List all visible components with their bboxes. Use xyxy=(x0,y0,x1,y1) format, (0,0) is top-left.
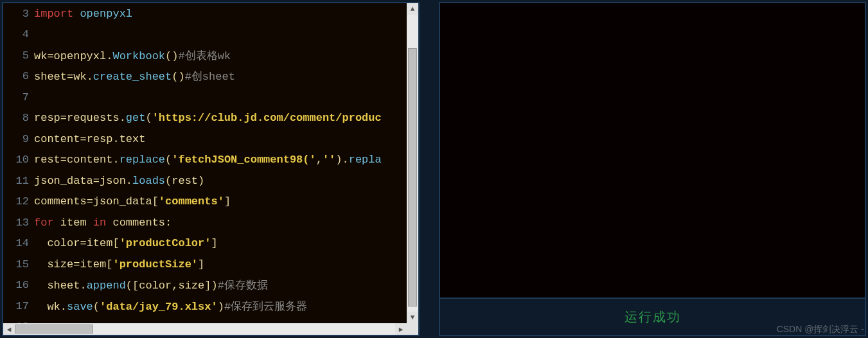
code-text: wk=openpyxl.Workbook()#创表格wk xyxy=(34,48,231,63)
code-line[interactable]: 17 wk.save('data/jay_79.xlsx')#保存到云服务器 xyxy=(3,296,418,317)
line-number: 12 xyxy=(3,195,34,208)
code-line[interactable]: 3import openpyxl xyxy=(3,3,418,24)
code-line[interactable]: 11json_data=json.loads(rest) xyxy=(3,170,418,191)
code-line[interactable]: 5wk=openpyxl.Workbook()#创表格wk xyxy=(3,45,418,66)
line-number: 13 xyxy=(3,217,34,229)
code-editor[interactable]: 3import openpyxl45wk=openpyxl.Workbook()… xyxy=(3,3,418,335)
code-line[interactable]: 15 size=item['productSize'] xyxy=(3,254,418,275)
line-number: 9 xyxy=(3,133,34,145)
code-text: color=item['productColor'] xyxy=(34,237,218,249)
line-number: 14 xyxy=(3,237,34,249)
scroll-left-arrow[interactable]: ◀ xyxy=(3,323,15,335)
code-line[interactable]: 4 xyxy=(3,24,418,46)
code-text: wk.save('data/jay_79.xlsx')#保存到云服务器 xyxy=(34,299,307,314)
code-line[interactable]: 10rest=content.replace('fetchJSON_commen… xyxy=(3,150,418,171)
line-number: 4 xyxy=(3,28,34,40)
line-number: 3 xyxy=(3,8,34,20)
code-line[interactable]: 14 color=item['productColor'] xyxy=(3,233,418,254)
code-text: import openpyxl xyxy=(34,8,132,20)
code-text: content=resp.text xyxy=(34,133,145,145)
status-text: 运行成功 xyxy=(624,308,681,326)
code-line[interactable]: 12comments=json_data['comments'] xyxy=(3,191,418,213)
line-number: 6 xyxy=(3,70,34,82)
code-text: size=item['productSize'] xyxy=(34,258,204,271)
code-line[interactable]: 9content=resp.text xyxy=(3,129,418,150)
output-panel: 运行成功 xyxy=(439,2,866,336)
horizontal-scrollbar[interactable]: ◀ ▶ xyxy=(3,323,407,335)
vertical-scroll-thumb[interactable] xyxy=(408,48,417,307)
code-editor-panel: 3import openpyxl45wk=openpyxl.Workbook()… xyxy=(2,2,420,336)
scroll-down-arrow[interactable]: ▼ xyxy=(407,312,418,323)
line-number: 8 xyxy=(3,112,34,124)
code-text: sheet=wk.create_sheet()#创sheet xyxy=(34,69,235,84)
code-text: for item in comments: xyxy=(34,217,172,229)
line-number: 10 xyxy=(3,154,34,166)
line-number: 5 xyxy=(3,49,34,62)
line-number: 16 xyxy=(3,279,34,291)
code-line[interactable]: 8resp=requests.get('https://club.jd.com/… xyxy=(3,108,418,129)
code-line[interactable]: 7 xyxy=(3,87,418,108)
code-text: json_data=json.loads(rest) xyxy=(34,175,204,187)
line-number: 7 xyxy=(3,91,34,103)
line-number: 15 xyxy=(3,258,34,271)
scroll-up-arrow[interactable]: ▲ xyxy=(407,3,418,15)
code-text: comments=json_data['comments'] xyxy=(34,195,231,208)
output-area[interactable] xyxy=(440,3,865,298)
code-line[interactable]: 6sheet=wk.create_sheet()#创sheet xyxy=(3,66,418,87)
scroll-right-arrow[interactable]: ▶ xyxy=(395,323,407,335)
line-number: 11 xyxy=(3,175,34,187)
code-text: rest=content.replace('fetchJSON_comment9… xyxy=(34,154,382,166)
vertical-scrollbar[interactable]: ▲ ▼ xyxy=(407,3,418,323)
code-line[interactable]: 13for item in comments: xyxy=(3,212,418,233)
watermark: CSDN @挥剑决浮云 - xyxy=(777,324,864,335)
code-text: sheet.append([color,size])#保存数据 xyxy=(34,278,268,292)
code-text: resp=requests.get('https://club.jd.com/c… xyxy=(34,112,382,124)
scroll-corner xyxy=(407,323,418,335)
code-line[interactable]: 16 sheet.append([color,size])#保存数据 xyxy=(3,275,418,296)
horizontal-scroll-thumb[interactable] xyxy=(15,325,93,334)
line-number: 17 xyxy=(3,300,34,312)
